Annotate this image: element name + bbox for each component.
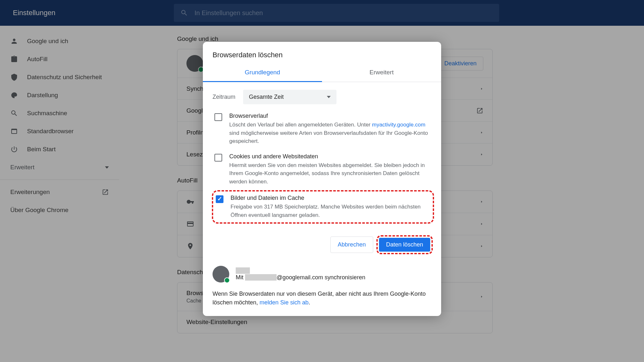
time-range-label: Zeitraum <box>213 94 235 100</box>
check-description: Freigabe von 317 MB Speicherplatz. Manch… <box>231 203 430 219</box>
dialog-actions: Abbrechen Daten löschen <box>203 233 441 260</box>
highlight-annotation: Daten löschen <box>376 235 433 254</box>
time-range-row: Zeitraum Gesamte Zeit <box>213 90 431 104</box>
check-description: Hiermit werden Sie von den meisten Websi… <box>229 161 431 186</box>
dialog-title: Browserdaten löschen <box>203 51 441 63</box>
myactivity-link[interactable]: myactivity.google.com <box>372 122 425 128</box>
tab-advanced[interactable]: Erweitert <box>322 63 441 82</box>
time-range-select[interactable]: Gesamte Zeit <box>243 90 336 104</box>
check-item-cookies: Cookies und andere Websitedaten Hiermit … <box>213 153 431 186</box>
check-description: Löscht den Verlauf bei allen angemeldete… <box>229 121 431 145</box>
check-title: Browserverlauf <box>229 113 431 119</box>
clear-data-dialog: Browserdaten löschen Grundlegend Erweite… <box>203 42 441 316</box>
check-item-cache: Bilder und Dateien im Cache Freigabe von… <box>214 195 430 219</box>
checkbox-history[interactable] <box>214 113 222 121</box>
cancel-button[interactable]: Abbrechen <box>330 237 373 253</box>
checkbox-cache[interactable] <box>216 195 223 203</box>
check-item-history: Browserverlauf Löscht den Verlauf bei al… <box>213 113 431 145</box>
clear-data-button[interactable]: Daten löschen <box>379 238 430 252</box>
account-info: xxxx Mit xxxxxxxxxx@googlemail.com synch… <box>213 266 431 283</box>
dialog-tabs: Grundlegend Erweitert <box>203 63 441 82</box>
check-title: Bilder und Dateien im Cache <box>231 195 430 201</box>
footer-note: Wenn Sie Browserdaten nur von diesem Ger… <box>213 290 431 307</box>
checkbox-cookies[interactable] <box>214 154 222 162</box>
chevron-down-icon <box>327 96 331 98</box>
sync-badge-icon <box>224 277 230 283</box>
tab-basic[interactable]: Grundlegend <box>203 63 322 82</box>
account-name: xxxx <box>236 267 365 274</box>
avatar <box>213 266 229 283</box>
modal-overlay: Browserdaten löschen Grundlegend Erweite… <box>0 0 644 362</box>
highlight-annotation: Bilder und Dateien im Cache Freigabe von… <box>212 190 434 224</box>
account-sync-text: Mit xxxxxxxxxx@googlemail.com synchronis… <box>236 274 365 281</box>
check-title: Cookies und andere Websitedaten <box>229 153 431 160</box>
sign-out-link[interactable]: melden Sie sich ab <box>260 299 308 306</box>
dialog-footer: xxxx Mit xxxxxxxxxx@googlemail.com synch… <box>203 260 441 316</box>
